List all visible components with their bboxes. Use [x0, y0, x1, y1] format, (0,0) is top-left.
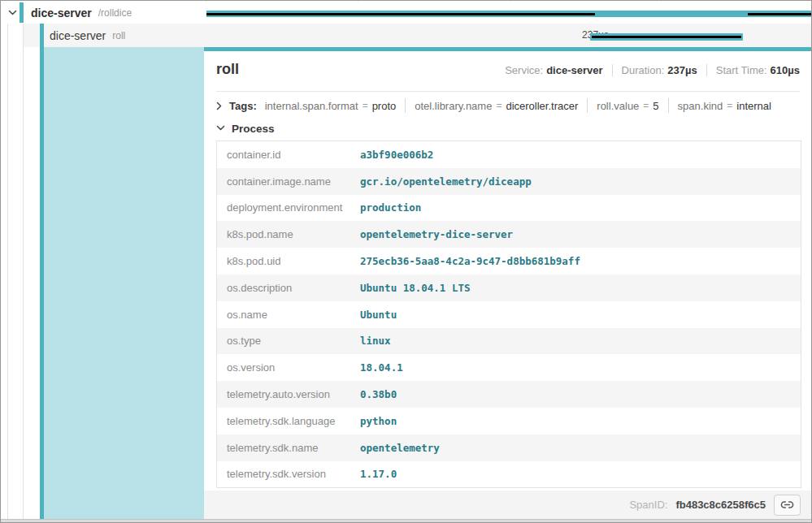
- chevron-down-icon[interactable]: [216, 125, 225, 132]
- link-icon: [780, 498, 794, 512]
- span-bar-child-marker: [748, 13, 812, 15]
- process-value: 1.17.0: [360, 468, 397, 480]
- tag-equals: =: [363, 100, 368, 111]
- span-service-name: dice-server: [50, 29, 106, 42]
- process-key: k8s.pod.uid: [217, 255, 360, 267]
- span-row-roll[interactable]: dice-server roll 237µs: [24, 24, 811, 47]
- span-bar-child-marker: [206, 13, 595, 15]
- process-table-row: k8s.pod.uid 275ecb36-5aa8-4c2a-9c47-d8bb…: [217, 248, 801, 274]
- span-bar-stripe: [592, 36, 741, 38]
- tag-key: span.kind: [678, 100, 723, 112]
- process-value: Ubuntu 18.04.1 LTS: [360, 282, 470, 294]
- process-key: telemetry.sdk.version: [217, 468, 360, 480]
- process-table-row: telemetry.auto.version 0.38b0: [217, 381, 801, 408]
- start-time-value: 610µs: [771, 64, 800, 76]
- span-operation-name: roll: [112, 30, 125, 41]
- process-key: os.version: [217, 361, 360, 374]
- jaeger-trace-timeline-view: dice-server /rolldice dice-server roll 2…: [0, 0, 812, 523]
- span-bar-roll[interactable]: [590, 33, 743, 41]
- deep-link-button[interactable]: [774, 495, 801, 516]
- spanid-label: SpanID:: [629, 499, 667, 511]
- process-key: os.type: [217, 335, 360, 347]
- process-table-row: deployment.environment production: [217, 195, 801, 222]
- process-value: Ubuntu: [360, 309, 397, 321]
- process-value: a3bf90e006b2: [360, 149, 433, 161]
- tag-equals: =: [643, 100, 649, 111]
- tag-value: internal: [736, 100, 771, 112]
- meta-separator: [612, 64, 613, 76]
- service-value: dice-server: [546, 64, 602, 76]
- process-table-row: k8s.pod.name opentelemetry-dice-server: [217, 221, 801, 248]
- process-table-row: os.type linux: [217, 328, 801, 355]
- process-table-row: os.version 18.04.1: [217, 354, 801, 381]
- tag-item: span.kind = internal: [678, 100, 771, 112]
- span-detail-panel: roll Service: dice-server Duration: 237µ…: [204, 47, 811, 519]
- process-key: deployment.environment: [217, 201, 360, 214]
- tag-key: roll.value: [597, 100, 639, 112]
- tag-item: internal.span.format = proto: [265, 100, 397, 112]
- tree-indent-guide: [23, 24, 24, 519]
- process-value: 18.04.1: [360, 361, 403, 374]
- process-value: 275ecb36-5aa8-4c2a-9c47-d8bb681b9aff: [360, 255, 580, 267]
- chevron-right-icon[interactable]: [216, 102, 223, 110]
- meta-separator: [706, 64, 707, 76]
- process-table-row: telemetry.sdk.version 1.17.0: [217, 461, 801, 488]
- process-value: python: [360, 415, 397, 427]
- spanid-value: fb483c8c6258f6c5: [675, 499, 766, 511]
- process-expander-row[interactable]: Process: [216, 121, 800, 136]
- tag-item: roll.value = 5: [597, 100, 658, 112]
- process-table-row: os.name Ubuntu: [217, 301, 801, 328]
- process-value: opentelemetry: [360, 442, 440, 454]
- tags-label[interactable]: Tags:: [229, 100, 257, 112]
- tag-key: internal.span.format: [265, 100, 358, 112]
- tags-expander-row[interactable]: Tags: internal.span.format = proto otel.…: [216, 95, 800, 116]
- process-key: container.id: [217, 149, 360, 161]
- tag-separator: [587, 98, 588, 113]
- process-value: production: [360, 201, 421, 214]
- page-bottom-strip: [1, 519, 811, 523]
- process-key: telemetry.auto.version: [217, 388, 360, 400]
- tag-equals: =: [727, 100, 732, 111]
- tree-indent-guide: [7, 24, 8, 519]
- tag-value: diceroller.tracer: [506, 100, 578, 112]
- process-label[interactable]: Process: [232, 123, 275, 135]
- tag-value: proto: [372, 100, 397, 112]
- duration-value: 237µs: [667, 64, 697, 76]
- collapse-chevron-icon[interactable]: [6, 6, 19, 19]
- process-table-row: container.image.name gcr.io/opentelemetr…: [217, 168, 801, 195]
- tag-separator: [405, 98, 406, 113]
- span-operation-name: /rolldice: [98, 7, 132, 19]
- span-bar-rolldice[interactable]: [206, 11, 812, 17]
- service-label: Service:: [505, 64, 543, 76]
- span-detail-title: roll: [216, 61, 239, 78]
- span-detail-meta: Service: dice-server Duration: 237µs Sta…: [505, 64, 800, 76]
- process-value: opentelemetry-dice-server: [360, 228, 513, 240]
- process-table-row: telemetry.sdk.language python: [217, 408, 801, 434]
- process-value: gcr.io/opentelemetry/diceapp: [360, 175, 532, 188]
- tag-equals: =: [496, 100, 502, 111]
- tag-item: otel.library.name = diceroller.tracer: [415, 100, 578, 112]
- process-key: telemetry.sdk.language: [217, 415, 360, 427]
- process-key: os.name: [217, 309, 360, 321]
- process-table-row: container.id a3bf90e006b2: [217, 141, 801, 168]
- selected-span-fill: [44, 47, 204, 519]
- process-table: container.id a3bf90e006b2 container.imag…: [216, 140, 801, 488]
- tag-separator: [668, 98, 669, 113]
- tag-key: otel.library.name: [415, 100, 492, 112]
- span-service-name: dice-server: [31, 6, 92, 19]
- span-detail-footer: SpanID: fb483c8c6258f6c5: [204, 491, 811, 519]
- duration-label: Duration:: [622, 64, 665, 76]
- tag-value: 5: [653, 100, 658, 112]
- process-key: os.description: [217, 282, 360, 294]
- process-key: telemetry.sdk.name: [217, 442, 360, 454]
- header-divider: [216, 91, 800, 92]
- process-value: 0.38b0: [360, 388, 397, 400]
- span-color-accent: [20, 2, 24, 23]
- process-key: k8s.pod.name: [217, 228, 360, 240]
- process-table-row: os.description Ubuntu 18.04.1 LTS: [217, 274, 801, 301]
- span-row-rolldice[interactable]: dice-server /rolldice: [1, 2, 811, 24]
- process-value: linux: [360, 335, 391, 347]
- process-table-row: telemetry.sdk.name opentelemetry: [217, 434, 801, 461]
- start-time-label: Start Time:: [716, 64, 767, 76]
- process-key: container.image.name: [217, 175, 360, 188]
